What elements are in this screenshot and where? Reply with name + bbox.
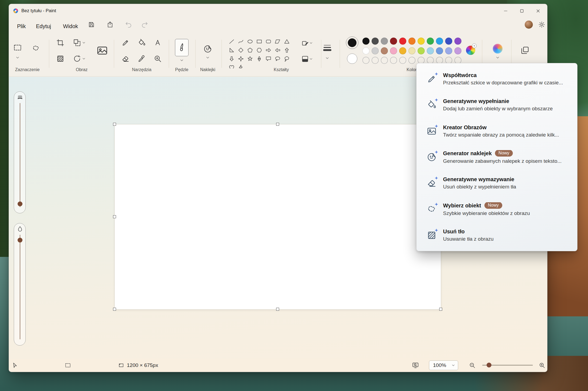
shape-star5-icon[interactable] bbox=[245, 54, 255, 63]
shape-outline-icon[interactable] bbox=[301, 39, 309, 47]
stickers-chevron-down-icon[interactable] bbox=[205, 55, 210, 60]
share-icon[interactable] bbox=[107, 21, 114, 28]
selection-handle-bottom-left[interactable] bbox=[113, 308, 116, 311]
selection-handle-bottom-right[interactable] bbox=[439, 308, 442, 311]
rotate-icon[interactable] bbox=[73, 55, 81, 63]
pencil-tool-icon[interactable] bbox=[121, 39, 130, 47]
eyedropper-tool-icon[interactable] bbox=[138, 55, 146, 63]
select-freeform-icon[interactable] bbox=[32, 44, 40, 52]
shape-star4-icon[interactable] bbox=[236, 54, 245, 63]
sticker-icon[interactable] bbox=[203, 45, 212, 53]
shape-rect-icon[interactable] bbox=[255, 37, 264, 46]
shape-fill-icon[interactable] bbox=[301, 55, 309, 63]
maximize-button[interactable] bbox=[514, 4, 530, 18]
color-swatch-empty[interactable] bbox=[362, 57, 369, 64]
color-swatch[interactable] bbox=[381, 38, 388, 45]
fit-to-screen-icon[interactable] bbox=[412, 362, 419, 369]
color-swatch[interactable] bbox=[418, 38, 425, 45]
shape-hexagon-icon[interactable] bbox=[255, 46, 264, 54]
eraser-tool-icon[interactable] bbox=[121, 55, 130, 63]
selection-handle-bottom-middle[interactable] bbox=[276, 308, 279, 311]
selection-handle-top-left[interactable] bbox=[113, 123, 116, 126]
copilot-chevron-down-icon[interactable] bbox=[495, 55, 500, 60]
opacity-thumb[interactable] bbox=[18, 238, 22, 243]
zoom-in-icon[interactable] bbox=[539, 362, 545, 369]
color-swatch[interactable] bbox=[390, 47, 397, 54]
copilot-menu-item-5[interactable]: Generatywne wymazywanieUsuń obiekty z wy… bbox=[417, 170, 577, 196]
zoom-level-dropdown[interactable]: 100% bbox=[429, 360, 458, 370]
resize-icon[interactable] bbox=[73, 39, 81, 47]
copilot-icon[interactable] bbox=[493, 44, 503, 54]
magnifier-tool-icon[interactable] bbox=[154, 55, 162, 63]
shape-heart-icon[interactable] bbox=[227, 63, 236, 68]
color-swatch[interactable] bbox=[436, 38, 443, 45]
shape-polygon-icon[interactable] bbox=[273, 37, 282, 46]
thickness-chevron-down-icon[interactable] bbox=[325, 55, 330, 61]
shape-triangle-icon[interactable] bbox=[282, 37, 291, 46]
selection-chevron-down-icon[interactable] bbox=[15, 55, 20, 60]
crop-icon[interactable] bbox=[56, 39, 64, 47]
shape-bubble-rect-icon[interactable] bbox=[264, 54, 273, 63]
color-swatch[interactable] bbox=[454, 38, 461, 45]
save-icon[interactable] bbox=[88, 21, 95, 28]
color-swatch-empty[interactable] bbox=[408, 57, 415, 64]
resize-chevron-down-icon[interactable] bbox=[81, 40, 86, 45]
copilot-menu-item-2[interactable]: Generatywne wypełnianieDodaj lub zamień … bbox=[417, 92, 577, 118]
shape-arrow-left-icon[interactable] bbox=[273, 46, 282, 54]
brush-size-track[interactable] bbox=[20, 103, 20, 207]
copilot-menu-item-1[interactable]: WspółtwórcaPrzekształć szkice w dopracow… bbox=[417, 66, 577, 92]
brush-size-thumb[interactable] bbox=[18, 201, 22, 206]
copilot-menu-item-7[interactable]: Usuń tłoUsuwanie tła z obrazu bbox=[417, 222, 577, 248]
layers-icon[interactable] bbox=[520, 46, 530, 55]
account-avatar[interactable] bbox=[525, 21, 533, 29]
color-swatch[interactable] bbox=[372, 47, 379, 54]
color-swatch[interactable] bbox=[418, 47, 425, 54]
shape-star6-icon[interactable] bbox=[255, 54, 264, 63]
color-swatch[interactable] bbox=[390, 38, 397, 45]
color-swatch[interactable] bbox=[445, 47, 452, 54]
color-swatch[interactable] bbox=[372, 38, 379, 45]
color-swatch-empty[interactable] bbox=[372, 57, 379, 64]
color-swatch[interactable] bbox=[454, 47, 461, 54]
image-options-icon[interactable] bbox=[97, 45, 108, 56]
add-color-icon[interactable] bbox=[472, 44, 477, 48]
brush-size-slider[interactable] bbox=[14, 91, 26, 213]
shape-arrow-down-icon[interactable] bbox=[227, 54, 236, 63]
shape-roundrect-icon[interactable] bbox=[264, 37, 273, 46]
shape-diamond-icon[interactable] bbox=[236, 46, 245, 54]
color-swatch[interactable] bbox=[445, 38, 452, 45]
undo-icon[interactable] bbox=[125, 21, 132, 28]
opacity-slider[interactable] bbox=[14, 223, 26, 346]
close-button[interactable] bbox=[530, 4, 546, 18]
settings-gear-icon[interactable] bbox=[538, 21, 545, 28]
color-swatch-empty[interactable] bbox=[381, 57, 388, 64]
color-swatch[interactable] bbox=[399, 47, 406, 54]
color-swatch[interactable] bbox=[436, 47, 443, 54]
shape-curve-icon[interactable] bbox=[236, 37, 245, 46]
color-swatch[interactable] bbox=[399, 38, 406, 45]
color-swatch-empty[interactable] bbox=[390, 57, 397, 64]
shape-pentagon-icon[interactable] bbox=[245, 46, 255, 54]
rotate-chevron-down-icon[interactable] bbox=[81, 56, 86, 61]
drawing-canvas[interactable] bbox=[115, 124, 441, 309]
secondary-color-well[interactable] bbox=[347, 54, 357, 64]
menu-widok[interactable]: Widok bbox=[59, 18, 82, 35]
brushes-chevron-down-icon[interactable] bbox=[179, 58, 184, 63]
color-swatch[interactable] bbox=[381, 47, 388, 54]
fill-chevron-down-icon[interactable] bbox=[309, 57, 313, 61]
shape-ellipse-icon[interactable] bbox=[245, 37, 255, 46]
zoom-out-icon[interactable] bbox=[469, 362, 475, 369]
copilot-menu-item-6[interactable]: Wybierz obiektNowySzybkie wybieranie obi… bbox=[417, 196, 577, 222]
stroke-thickness-icon[interactable] bbox=[322, 43, 332, 53]
zoom-slider-thumb[interactable] bbox=[487, 363, 491, 367]
shape-line-icon[interactable] bbox=[227, 37, 236, 46]
shape-bubble-cloud-icon[interactable] bbox=[282, 54, 291, 63]
selection-handle-top-middle[interactable] bbox=[276, 123, 279, 126]
shape-lightning-icon[interactable] bbox=[236, 63, 245, 68]
text-tool-icon[interactable] bbox=[154, 39, 162, 47]
fill-tool-icon[interactable] bbox=[138, 39, 146, 47]
color-swatch[interactable] bbox=[427, 47, 434, 54]
menu-edytuj[interactable]: Edytuj bbox=[32, 18, 55, 35]
copilot-menu-item-4[interactable]: Generator naklejekNowyGenerowanie zabawn… bbox=[417, 144, 577, 170]
primary-color-well[interactable] bbox=[346, 37, 358, 49]
